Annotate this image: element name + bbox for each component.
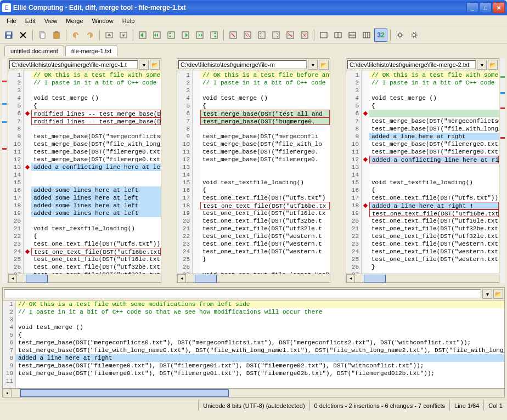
code-line[interactable]: { <box>200 102 330 110</box>
code-line[interactable]: test_merge_base(DST("mergeconfli <box>200 133 330 140</box>
menu-edit[interactable]: Edit <box>21 16 40 25</box>
code-line[interactable]: test_one_text_file(DST("utf8.txt") <box>200 194 330 202</box>
center-path-input[interactable]: C:\dev\filehisto\test\guimerge\file-m <box>178 60 307 69</box>
code-line[interactable]: test_one_text_file(DST("utf16be.tx <box>200 202 330 209</box>
code-line[interactable]: void test_merge () <box>16 323 504 331</box>
code-line[interactable]: } <box>200 256 330 263</box>
code-line[interactable]: test_merge_base(DST("mergeconflicts0.t <box>31 133 161 140</box>
code-line[interactable]: { <box>31 102 161 110</box>
code-line[interactable]: test_one_text_file(DST("western.txt"), E… <box>369 240 499 248</box>
code-line[interactable]: void test_textfile_loading() <box>200 179 330 186</box>
code-line[interactable]: test_one_text_file(DST("utf32be.txt")); <box>369 225 499 232</box>
center-open-icon[interactable]: 📂 <box>319 60 329 70</box>
code-line[interactable]: void test_one_text_file (const VosDesc <box>200 271 330 274</box>
result-open-icon[interactable]: 📂 <box>493 289 503 299</box>
code-line[interactable]: modified lines -- test_merge_base(DST("b <box>31 117 161 125</box>
left-path-input[interactable]: C:\dev\filehisto\test\guimerge\file-merg… <box>9 60 138 69</box>
code-line[interactable]: test_merge_base(DST("file_with_long_name… <box>16 347 504 354</box>
code-line[interactable] <box>369 271 499 274</box>
result-h-scrollbar[interactable]: ◂ <box>3 388 504 397</box>
code-line[interactable]: // OK this is a test file with some modi… <box>16 300 504 308</box>
code-line[interactable]: added a line here at right <box>369 133 499 140</box>
code-line[interactable] <box>31 179 161 186</box>
code-line[interactable] <box>200 263 330 271</box>
close-button[interactable]: ✕ <box>493 2 505 13</box>
right-editor[interactable]: 1234567891011121314151617181920212223242… <box>346 71 499 274</box>
center-h-scrollbar[interactable]: ◂ <box>177 274 330 282</box>
code-line[interactable]: test_one_text_file(DST("utf32le.txt")); <box>369 232 499 240</box>
code-line[interactable]: test_one_text_file(DST("western.t <box>200 248 330 256</box>
left-h-scrollbar[interactable]: ◂ <box>8 274 161 282</box>
layout-2h-button[interactable] <box>331 29 345 42</box>
result-path-input[interactable] <box>4 290 481 298</box>
code-line[interactable] <box>369 87 499 94</box>
reject-c-button[interactable] <box>269 29 283 42</box>
code-line[interactable]: test_one_text_file(DST("western.t <box>200 232 330 240</box>
menu-view[interactable]: View <box>40 16 62 25</box>
code-line[interactable]: test_one_text_file(DST("utf32be.t <box>200 217 330 225</box>
menu-help[interactable]: Help <box>118 16 139 25</box>
code-line[interactable] <box>369 163 499 171</box>
code-line[interactable]: { <box>200 186 330 194</box>
layout-1-button[interactable] <box>317 29 330 42</box>
overview-strip-right[interactable] <box>500 58 505 283</box>
code-line[interactable]: test_one_text_file(DST("utf16be.txt")); <box>369 209 499 217</box>
code-line[interactable] <box>31 125 161 133</box>
paste-button[interactable] <box>50 29 63 42</box>
menu-window[interactable]: Window <box>88 16 118 25</box>
code-line[interactable]: // I paste in it a bit of C++ code so th… <box>31 79 161 87</box>
left-dropdown-icon[interactable]: ▾ <box>139 60 149 70</box>
left-editor[interactable]: 1234567891011121314151617181920212223242… <box>8 71 161 274</box>
reject-a-button[interactable] <box>241 29 254 42</box>
code-line[interactable]: test_merge_base(DST("filemerge0. <box>200 148 330 156</box>
code-line[interactable]: test_merge_base(DST("file_with_lo <box>200 140 330 148</box>
code-line[interactable]: test_one_text_file(DST("utf8.txt")); <box>31 240 161 248</box>
code-line[interactable] <box>200 171 330 179</box>
code-line[interactable] <box>369 110 499 117</box>
code-line[interactable]: void test_merge () <box>369 94 499 102</box>
code-line[interactable]: test_one_text_file(DST("utf16le.tx <box>200 209 330 217</box>
next-diff-button[interactable] <box>117 29 130 42</box>
undo-button[interactable] <box>69 29 82 42</box>
code-line[interactable]: test_merge_base(DST("file_with_long_name… <box>369 125 499 133</box>
right-path-input[interactable]: C:\dev\filehisto\test\guimerge\file-merg… <box>347 60 476 69</box>
code-line[interactable]: test_merge_base(DST("bugmerge0. <box>200 117 330 125</box>
code-line[interactable]: test_one_text_file(DST("utf16be.txt")); … <box>31 248 161 256</box>
center-dropdown-icon[interactable]: ▾ <box>308 60 318 70</box>
code-line[interactable] <box>200 87 330 94</box>
code-line[interactable]: } <box>369 263 499 271</box>
code-line[interactable] <box>369 171 499 179</box>
redo-button[interactable] <box>83 29 97 42</box>
code-line[interactable] <box>16 377 504 385</box>
code-line[interactable] <box>31 217 161 225</box>
overview-strip-left[interactable] <box>2 58 7 283</box>
left-open-icon[interactable]: 📂 <box>150 60 160 70</box>
layout-3-2-button[interactable]: 32 <box>374 29 387 42</box>
code-line[interactable]: added some lines here at left <box>31 194 161 202</box>
tab-untitled[interactable]: untitled document <box>4 46 64 56</box>
code-line[interactable]: test_one_text_file(DST("utf32le.t <box>200 225 330 232</box>
merge-down-left-button[interactable] <box>165 29 178 42</box>
code-line[interactable]: test_merge_base(DST("mergeconflicts0.txt… <box>369 117 499 125</box>
minimize-button[interactable]: _ <box>466 2 478 13</box>
code-line[interactable]: test_merge_base(DST("filemerge0.txt"), D… <box>16 362 504 370</box>
merge-left-button[interactable] <box>136 29 149 42</box>
code-line[interactable]: test_one_text_file(DST("western.txt")); <box>369 248 499 256</box>
code-line[interactable]: test_one_text_file(DST("utf8.txt")); <box>369 194 499 202</box>
code-line[interactable]: added some lines here at left <box>31 202 161 209</box>
reject-left-button[interactable] <box>227 29 240 42</box>
code-line[interactable]: test_merge_base(DST("filemerge0.txt"), D… <box>16 370 504 377</box>
prev-diff-button[interactable] <box>103 29 116 42</box>
code-line[interactable]: { <box>369 186 499 194</box>
code-line[interactable]: test_one_text_file(DST("western.txt")); <box>369 256 499 263</box>
code-line[interactable]: void test_textfile_loading() <box>31 225 161 232</box>
copy-button[interactable] <box>36 29 49 42</box>
layout-2v-button[interactable] <box>346 29 359 42</box>
code-line[interactable] <box>16 316 504 323</box>
code-line[interactable]: test_merge_base(DST("filemerge0. <box>200 156 330 163</box>
tab-file-merge-1[interactable]: file-merge-1.txt <box>65 46 117 56</box>
code-line[interactable]: added a line here at right <box>16 354 504 362</box>
right-dropdown-icon[interactable]: ▾ <box>477 60 487 70</box>
layout-3h-button[interactable] <box>360 29 373 42</box>
code-line[interactable]: test_one_text_file(DST("utf16le.txt")); <box>31 256 161 263</box>
